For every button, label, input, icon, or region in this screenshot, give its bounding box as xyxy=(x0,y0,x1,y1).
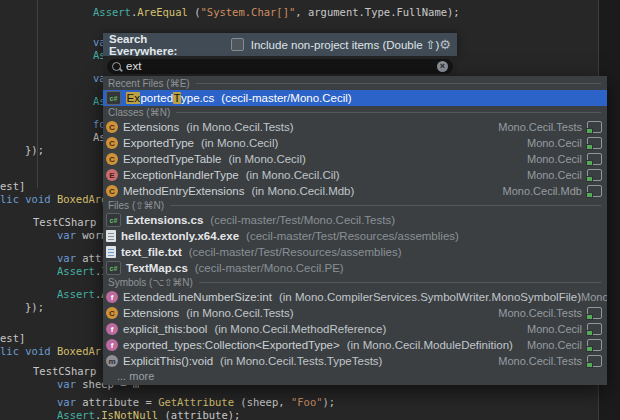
code-token-cls: Assert xyxy=(57,288,95,300)
section-rule xyxy=(176,112,601,113)
module-icon xyxy=(587,137,602,149)
code-token-meth: GetAttribute xyxy=(158,396,234,408)
result-module-label: Mono.Cecil xyxy=(527,137,582,149)
code-token-str: "System.Char[]" xyxy=(201,6,296,18)
result-context: (in Mono.Cecil.ModuleDefinition) xyxy=(347,339,513,351)
result-row[interactable]: c#Extensions.cs(cecil-master/Test/Mono.C… xyxy=(103,212,607,228)
csharp-file-icon: c# xyxy=(106,91,121,105)
search-input[interactable]: ext × xyxy=(107,59,453,74)
result-name: ExportedType.cs xyxy=(126,92,214,104)
code-line: Assert.AreEqual ("System.Char[]", argume… xyxy=(93,6,460,18)
search-everywhere-header: Search Everywhere: Include non-project i… xyxy=(103,33,457,56)
result-context: (in Mono.Cecil) xyxy=(201,137,278,149)
include-non-project-label: Include non-project items (Double ⇧) xyxy=(251,38,440,52)
module-icon xyxy=(587,307,602,319)
result-name: TextMap.cs xyxy=(126,262,188,274)
result-row[interactable]: mExplicitThis():void(in Mono.Cecil.Tests… xyxy=(103,353,607,369)
result-name: hello.textonly.x64.exe xyxy=(121,230,239,242)
result-name: Extensions xyxy=(123,121,179,133)
result-name: text_file.txt xyxy=(121,246,182,258)
code-line: lic void BoxedArra xyxy=(0,345,114,357)
text-file-icon xyxy=(106,246,116,258)
section-rule xyxy=(196,83,601,84)
field-icon: f xyxy=(106,291,118,303)
result-row-selected[interactable]: c#ExportedType.cs(cecil-master/Mono.Ceci… xyxy=(103,90,607,106)
result-name: Extensions xyxy=(123,307,179,319)
result-row[interactable]: CExtensions(in Mono.Cecil.Tests)Mono.Cec… xyxy=(103,305,607,321)
result-context: (cecil-master/Test/Mono.Cecil.Tests) xyxy=(210,214,395,226)
result-row[interactable]: fexported_types:Collection<ExportedType>… xyxy=(103,337,607,353)
class-icon: C xyxy=(106,137,118,149)
result-row[interactable]: text_file.txt(cecil-master/Test/Resource… xyxy=(103,244,607,260)
search-query-text: ext xyxy=(126,60,141,72)
result-row[interactable]: CExtensions(in Mono.Cecil.Tests)Mono.Cec… xyxy=(103,119,607,135)
result-row[interactable]: c#TextMap.cs(cecil-master/Mono.Cecil.PE) xyxy=(103,260,607,276)
csharp-file-icon: c# xyxy=(106,261,121,275)
result-row[interactable]: fexplicit_this:bool(in Mono.Cecil.Method… xyxy=(103,321,607,337)
result-name: ExportedTypeTable xyxy=(123,153,221,165)
gear-icon[interactable]: ⚙ xyxy=(439,38,451,51)
section-rule xyxy=(199,282,601,283)
module-icon xyxy=(587,185,602,197)
code-token-cls: Assert xyxy=(57,265,95,277)
result-context: (cecil-master/Mono.Cecil.PE) xyxy=(195,262,344,274)
module-icon xyxy=(587,355,602,367)
code-token-str: "Foo" xyxy=(291,396,323,408)
code-token-plain: ( xyxy=(188,6,201,18)
result-module-label: Mono.Cecil.Tests xyxy=(498,307,582,319)
exception-class-icon: E xyxy=(106,169,118,181)
code-token-plain: ); xyxy=(323,396,336,408)
section-label: Symbols (⌥⇧⌘N) xyxy=(108,277,193,288)
clear-search-icon[interactable]: × xyxy=(437,61,448,72)
field-icon: f xyxy=(106,339,118,351)
code-line: est] xyxy=(0,180,25,192)
class-icon: C xyxy=(106,307,118,319)
result-module-label: Mono.Cecil.Tests xyxy=(498,355,582,367)
module-icon xyxy=(587,169,602,181)
code-token-plain: }); xyxy=(25,144,44,156)
section-header: Symbols (⌥⇧⌘N) xyxy=(103,276,607,289)
result-row[interactable]: CMethodEntryExtensions(in Mono.Cecil.Mdb… xyxy=(103,183,607,199)
result-row[interactable]: CExportedType(in Mono.Cecil)Mono.Cecil xyxy=(103,135,607,151)
result-row[interactable]: EExceptionHandlerType(in Mono.Cecil.Cil)… xyxy=(103,167,607,183)
result-module-label: Mono.Cecil xyxy=(527,339,582,351)
code-line: est] xyxy=(0,332,25,344)
indent-guide xyxy=(37,0,38,188)
executable-file-icon xyxy=(106,230,116,242)
method-icon: m xyxy=(106,355,118,367)
result-module-label: Mono.Cecil.Tests xyxy=(498,121,582,133)
code-token-plain: }); xyxy=(25,301,44,313)
code-line: }); xyxy=(25,144,44,156)
include-non-project-checkbox[interactable] xyxy=(231,38,244,51)
section-header: Files (⇧⌘N) xyxy=(103,199,607,212)
code-token-kw: var xyxy=(57,252,76,264)
code-token-plain: TestCSharp ( xyxy=(33,216,109,228)
more-results-link[interactable]: ... more xyxy=(103,369,607,382)
result-name: explicit_this:bool xyxy=(123,323,207,335)
result-name: MethodEntryExtensions xyxy=(123,185,244,197)
result-module-label: Mono.Cecil xyxy=(527,153,582,165)
result-context: (in Mono.Cecil) xyxy=(228,153,305,165)
result-row[interactable]: fExtendedLineNumberSize:int(in Mono.Comp… xyxy=(103,289,607,305)
search-field-row: ext × xyxy=(103,56,457,76)
search-icon xyxy=(112,62,121,71)
code-token-plain: est] xyxy=(0,332,25,344)
code-token-kw: lic void xyxy=(0,345,57,357)
result-module-label: Mono.Cecil.Mdb xyxy=(581,291,607,303)
popup-title: Search Everywhere: xyxy=(109,33,193,57)
search-results-list[interactable]: Recent Files (⌘E)c#ExportedType.cs(cecil… xyxy=(103,76,607,385)
code-token-meth: IsNotNull xyxy=(101,409,158,420)
code-line: lic void BoxedArgu xyxy=(0,193,114,205)
code-token-kw: var xyxy=(57,229,76,241)
result-context: (in Mono.Cecil.Tests) xyxy=(186,121,293,133)
result-row[interactable]: hello.textonly.x64.exe(cecil-master/Test… xyxy=(103,228,607,244)
section-label: Classes (⌘N) xyxy=(108,107,170,118)
code-token-meth: AreEqual xyxy=(137,6,188,18)
result-context: (in Mono.Cecil.Tests) xyxy=(186,307,293,319)
code-token-kw: lic void xyxy=(0,193,57,205)
result-row[interactable]: CExportedTypeTable(in Mono.Cecil)Mono.Ce… xyxy=(103,151,607,167)
code-token-plain: , argument.Type.FullName); xyxy=(295,6,459,18)
section-label: Files (⇧⌘N) xyxy=(108,200,164,211)
match-highlight: Ex xyxy=(126,92,140,104)
module-icon xyxy=(587,121,602,133)
